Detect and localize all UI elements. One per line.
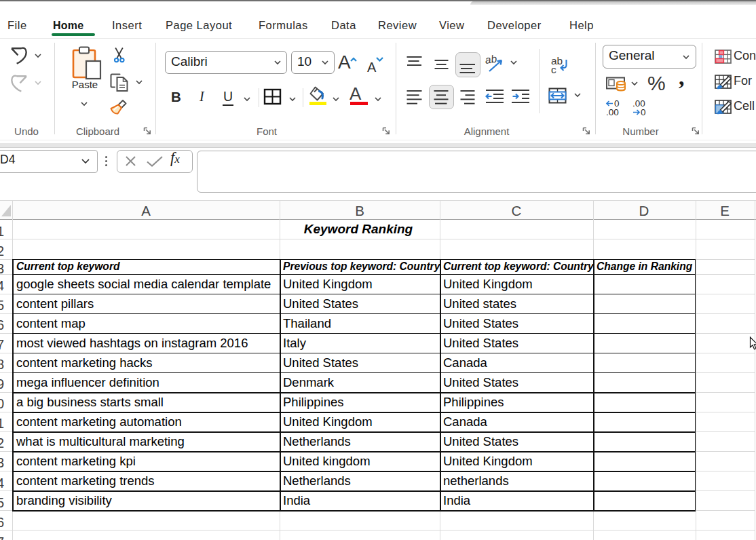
svg-text:c: c [551,64,556,75]
svg-text:.00: .00 [606,107,619,117]
svg-text:ab: ab [485,54,497,66]
svg-text:0: 0 [641,107,646,117]
